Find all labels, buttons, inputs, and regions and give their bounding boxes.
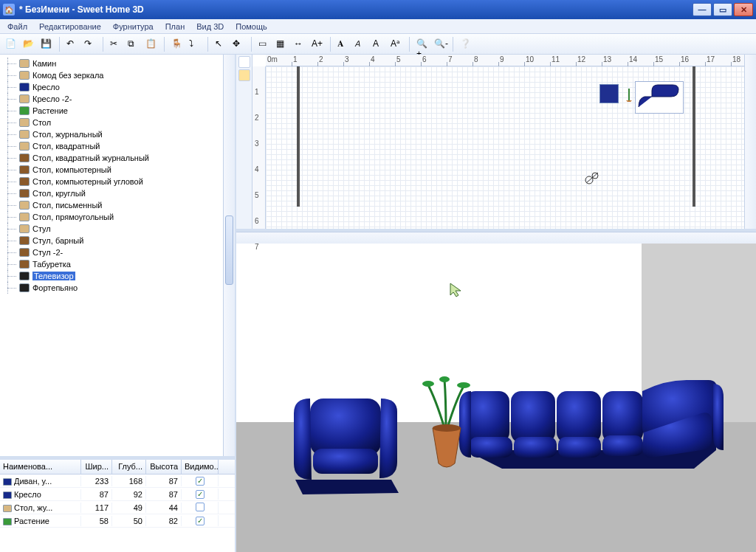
new-file-icon[interactable]: 📄 [3,36,19,52]
menu-help[interactable]: Помощь [231,21,272,32]
plan-home-icon[interactable] [238,56,250,68]
tree-item[interactable]: Телевизор [1,270,221,282]
tree-item[interactable]: Табуретка [1,258,221,270]
cell-visible[interactable]: ✓ [182,475,219,486]
wall-segment[interactable] [297,66,300,207]
checkbox-icon[interactable]: ✓ [196,477,205,486]
tree-item[interactable]: Стол, прямоугольный [1,211,221,223]
help-icon[interactable]: ❔ [458,36,474,52]
tree-item[interactable]: Камин [1,58,221,69]
tree-item[interactable]: Стол, квадратный журнальный [1,152,221,164]
tree-scrollbar[interactable] [223,55,235,456]
checkbox-icon[interactable]: ✓ [196,517,205,525]
plan-object-sofa-bbox[interactable] [635,81,684,114]
plan-scrollbar-vertical[interactable] [744,55,756,229]
plan-exp-icon[interactable] [238,69,250,81]
minimize-button[interactable]: — [693,3,712,16]
create-walls-icon[interactable]: ▭ [256,36,272,52]
open-file-icon[interactable]: 📂 [21,36,37,52]
cell-visible[interactable]: ✓ [182,515,219,526]
plan-object-plant[interactable] [625,87,633,102]
text-plain-icon[interactable]: A [371,36,387,52]
col-visible[interactable]: Видимо... [182,460,219,474]
text-font-icon[interactable]: Aᵃ [388,36,405,52]
tree-item[interactable]: Растение [1,105,221,117]
table-row[interactable]: Стол, жу...1174944 [0,501,235,514]
col-depth[interactable]: Глуб... [112,460,146,474]
wall-segment[interactable] [693,66,695,207]
furniture-catalog: КаминКомод без зеркалаКреслоКресло -2-Ра… [0,55,235,459]
tree-item[interactable]: Стул, барный [1,235,221,246]
maximize-button[interactable]: ▭ [713,3,732,16]
tree-item[interactable]: Стул -2- [1,246,221,258]
table-body[interactable]: Диван, у...23316887✓Кресло879287✓Стол, ж… [0,475,235,552]
ruler-tick-label: 2 [255,114,259,122]
create-dimensions-icon[interactable]: ↔ [292,36,308,52]
undo-icon[interactable]: ↶ [64,36,80,52]
camera-icon[interactable] [583,170,599,186]
menu-view3d[interactable]: Вид 3D [192,21,228,32]
tree-item[interactable]: Стол, компьютерный [1,164,221,176]
tree-item[interactable]: Стол, журнальный [1,128,221,140]
tree-item[interactable]: Фортепьяно [1,282,221,294]
sofa-3d[interactable] [458,339,724,480]
cut-icon[interactable]: ✂ [108,36,124,52]
plant-3d[interactable] [421,376,472,472]
col-width[interactable]: Шир... [81,460,112,474]
cut-icon: ✂ [110,38,122,50]
table-row[interactable]: Кресло879287✓ [0,488,235,501]
zoom-out-icon[interactable]: 🔍- [432,36,448,52]
plan-grid[interactable] [266,66,744,229]
checkbox-icon[interactable]: ✓ [196,490,205,499]
select-tool-icon[interactable]: ↖ [213,36,229,52]
plan-object-armchair[interactable] [599,84,619,103]
menu-file[interactable]: Файл [3,21,32,32]
tree-item-label: Кресло [32,83,60,92]
import-furniture-icon[interactable]: ⤵ [187,36,203,52]
text-bold-icon[interactable]: 𝐀 [335,36,351,52]
zoom-out-icon: 🔍- [434,38,446,50]
cell-visible[interactable]: ✓ [182,489,219,500]
plan-scrollbar-horizontal[interactable] [236,232,756,244]
tree-item[interactable]: Стол, письменный [1,199,221,211]
checkbox-icon[interactable] [196,503,205,511]
tree-item[interactable]: Кресло -2- [1,93,221,105]
tree-item[interactable]: Стул [1,223,221,235]
pan-tool-icon[interactable]: ✥ [230,36,247,52]
view-3d[interactable] [236,244,756,552]
table-row[interactable]: Растение585082✓ [0,514,235,528]
tree-item[interactable]: Стол, квадратный [1,140,221,152]
tree-item[interactable]: Стол, компьютерный угловой [1,176,221,187]
select-tool-icon: ↖ [215,38,227,50]
redo-icon[interactable]: ↷ [82,36,98,52]
svg-rect-12 [558,437,601,458]
tree-item-label: Стол, компьютерный угловой [32,177,143,186]
tree-item[interactable]: Комод без зеркала [1,69,221,81]
plan-canvas[interactable]: 0m 123456789101112131415161718 1234567 [252,55,744,229]
col-height[interactable]: Высота [146,460,182,474]
text-italic-icon[interactable]: 𝘈 [353,36,369,52]
add-furniture-icon[interactable]: 🪑 [169,36,185,52]
furniture-tree[interactable]: КаминКомод без зеркалаКреслоКресло -2-Ра… [0,55,223,456]
ruler-tick-label: 7 [448,55,453,63]
menu-plan[interactable]: План [161,21,190,32]
close-button[interactable]: ✕ [734,3,753,16]
svg-point-18 [457,382,470,388]
create-rooms-icon[interactable]: ▦ [274,36,290,52]
armchair-3d[interactable] [281,369,413,502]
tree-item[interactable]: Кресло [1,81,221,93]
menu-edit[interactable]: Редактирование [35,21,106,32]
menu-furniture[interactable]: Фурнитура [109,21,158,32]
furniture-icon [19,153,30,162]
table-row[interactable]: Диван, у...23316887✓ [0,475,235,488]
copy-icon[interactable]: ⧉ [126,36,142,52]
zoom-in-icon[interactable]: 🔍+ [414,36,430,52]
svg-rect-7 [511,391,555,443]
paste-icon[interactable]: 📋 [143,36,159,52]
tree-item[interactable]: Стол [1,117,221,128]
create-text-icon[interactable]: A+ [309,36,326,52]
tree-item[interactable]: Стол, круглый [1,187,221,199]
col-name[interactable]: Наименова... [0,460,81,474]
cell-visible[interactable] [182,502,219,514]
save-icon[interactable]: 💾 [38,36,55,52]
